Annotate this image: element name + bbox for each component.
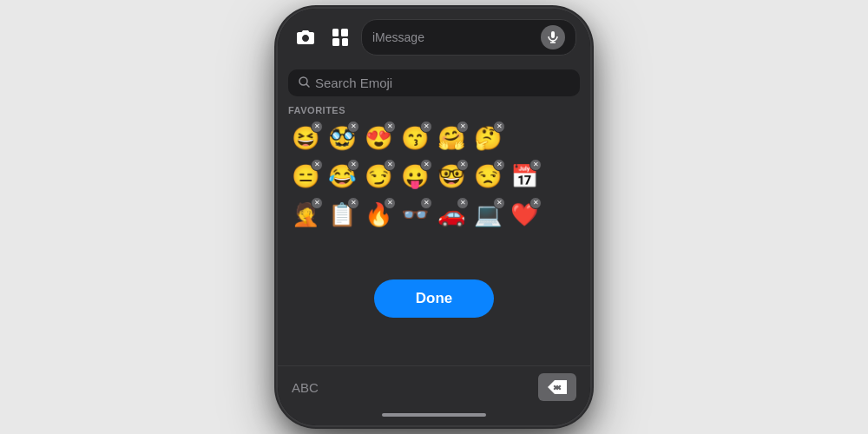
emoji-remove-btn[interactable]: ✕ xyxy=(420,159,432,171)
search-bar[interactable]: Search Emoji xyxy=(288,69,580,96)
emoji-remove-btn[interactable]: ✕ xyxy=(457,197,469,209)
emoji-item[interactable]: 💻✕ xyxy=(470,197,505,232)
emoji-item[interactable]: 📋✕ xyxy=(325,197,359,232)
emoji-row-3: 🤦✕ 📋✕ 🔥✕ 👓✕ 🚗✕ 💻✕ ❤️✕ xyxy=(288,197,580,232)
emoji-remove-btn[interactable]: ✕ xyxy=(347,121,359,133)
emoji-row-2: 😑✕ 😂✕ 😏✕ 😛✕ 🤓✕ 😒✕ 📅✕ xyxy=(288,159,580,194)
camera-icon[interactable] xyxy=(292,23,319,51)
emoji-item[interactable]: 🚗✕ xyxy=(434,197,469,232)
svg-rect-2 xyxy=(332,38,339,46)
emoji-remove-btn[interactable]: ✕ xyxy=(384,197,396,209)
emoji-row-1: 😆✕ 🥸✕ 😍✕ 😙✕ 🤗✕ 🤔✕ xyxy=(288,121,580,155)
home-bar xyxy=(382,413,486,417)
backspace-button[interactable] xyxy=(538,373,576,401)
emoji-keyboard: Search Emoji FAVORITES 😆✕ 🥸✕ 😍✕ 😙✕ 🤗✕ xyxy=(278,62,590,365)
emoji-remove-btn[interactable]: ✕ xyxy=(384,159,396,171)
done-area: Done xyxy=(278,232,590,365)
emoji-item[interactable]: 👓✕ xyxy=(398,197,432,232)
emoji-remove-btn[interactable]: ✕ xyxy=(420,197,432,209)
emoji-item[interactable]: 😍✕ xyxy=(361,121,396,155)
keyboard-bottom-bar: ABC xyxy=(278,365,590,408)
emoji-remove-btn[interactable]: ✕ xyxy=(493,121,505,133)
svg-rect-3 xyxy=(342,38,348,46)
phone-mockup: iMessage xyxy=(278,9,590,425)
svg-rect-0 xyxy=(332,29,339,36)
emoji-item[interactable]: 😑✕ xyxy=(288,159,323,194)
emoji-remove-btn[interactable]: ✕ xyxy=(311,197,323,209)
emoji-item[interactable]: 😛✕ xyxy=(398,159,432,194)
emoji-remove-btn[interactable]: ✕ xyxy=(493,159,505,171)
svg-rect-1 xyxy=(341,29,348,36)
emoji-item[interactable]: 📅✕ xyxy=(507,159,542,194)
home-indicator xyxy=(278,408,590,425)
top-bar: iMessage xyxy=(278,9,590,62)
emoji-grid: 😆✕ 🥸✕ 😍✕ 😙✕ 🤗✕ 🤔✕ 😑✕ 😂✕ 😏✕ xyxy=(288,121,580,232)
emoji-item[interactable]: 😙✕ xyxy=(398,121,432,155)
search-bar-container: Search Emoji xyxy=(278,62,590,102)
phone-frame: iMessage xyxy=(278,9,590,425)
emoji-remove-btn[interactable]: ✕ xyxy=(311,121,323,133)
emoji-remove-btn[interactable]: ✕ xyxy=(347,159,359,171)
svg-line-8 xyxy=(306,84,309,87)
emoji-item[interactable]: 🤔✕ xyxy=(470,121,505,155)
emoji-item[interactable]: 🤗✕ xyxy=(434,121,469,155)
imessage-placeholder: iMessage xyxy=(372,30,534,44)
emoji-remove-btn[interactable]: ✕ xyxy=(347,197,359,209)
emoji-item[interactable]: 🤓✕ xyxy=(434,159,469,194)
emoji-item[interactable]: 🥸✕ xyxy=(325,121,359,155)
emoji-remove-btn[interactable]: ✕ xyxy=(311,159,323,171)
apps-icon[interactable] xyxy=(326,23,354,51)
emoji-item[interactable]: 😒✕ xyxy=(470,159,505,194)
emoji-item[interactable]: 😆✕ xyxy=(288,121,323,155)
favorites-label: FAVORITES xyxy=(288,105,580,115)
emoji-remove-btn[interactable]: ✕ xyxy=(529,197,542,209)
emoji-item[interactable]: 😏✕ xyxy=(361,159,396,194)
emoji-remove-btn[interactable]: ✕ xyxy=(420,121,432,133)
emoji-item[interactable]: 😂✕ xyxy=(325,159,359,194)
emoji-remove-btn[interactable]: ✕ xyxy=(457,159,469,171)
search-placeholder: Search Emoji xyxy=(315,76,392,90)
emoji-remove-btn[interactable]: ✕ xyxy=(457,121,469,133)
emoji-item[interactable]: 🤦✕ xyxy=(288,197,323,232)
emoji-item[interactable]: 🔥✕ xyxy=(361,197,396,232)
imessage-input[interactable]: iMessage xyxy=(361,19,576,56)
abc-label[interactable]: ABC xyxy=(292,380,319,395)
emoji-remove-btn[interactable]: ✕ xyxy=(384,121,396,133)
done-button[interactable]: Done xyxy=(374,279,495,318)
svg-rect-4 xyxy=(551,31,555,38)
emoji-item[interactable]: ❤️✕ xyxy=(507,197,542,232)
emoji-remove-btn[interactable]: ✕ xyxy=(529,159,542,171)
search-icon xyxy=(299,76,310,90)
emoji-remove-btn[interactable]: ✕ xyxy=(493,197,505,209)
audio-icon[interactable] xyxy=(541,25,565,49)
favorites-section: FAVORITES 😆✕ 🥸✕ 😍✕ 😙✕ 🤗✕ 🤔✕ xyxy=(278,102,590,232)
